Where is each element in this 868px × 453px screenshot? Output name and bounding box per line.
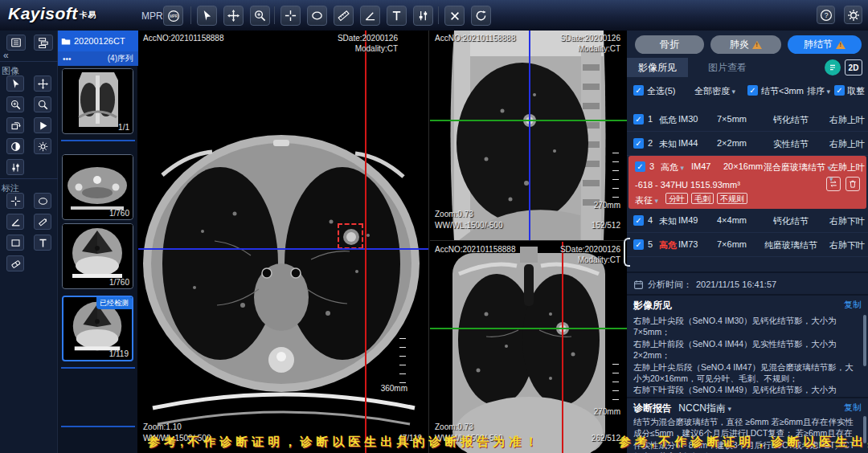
window-level-tool[interactable]: [6, 159, 24, 175]
nodule-row[interactable]: 5 高危 IM73 7×6mm 纯磨玻璃结节 右肺下叶: [627, 233, 868, 257]
select-all-checkbox[interactable]: [633, 85, 644, 96]
nodule-size: 7×6mm: [717, 239, 747, 249]
divider: [627, 294, 868, 296]
coronal-horizontal-reference-line[interactable]: [430, 328, 627, 329]
cursor-icon: [201, 10, 213, 22]
text-icon: [391, 10, 403, 22]
angle-annotation-tool[interactable]: [6, 214, 24, 230]
copy-findings-button[interactable]: 复制: [844, 299, 862, 311]
nodule-row[interactable]: 1 低危 IM30 7×5mm 钙化结节 右肺上叶: [627, 108, 868, 132]
nodule-row[interactable]: 2 未知 IM44 2×2mm 实性结节 右肺上叶: [627, 132, 868, 156]
detected-badge: 已经检测: [96, 297, 132, 309]
axial-horizontal-reference-line[interactable]: [138, 248, 429, 250]
rectangle-annotation-tool[interactable]: [6, 235, 24, 251]
feature-chip[interactable]: 毛刺: [691, 193, 714, 204]
mpr-tool-button[interactable]: MPR: [163, 6, 183, 26]
crosshair-tool-button[interactable]: [280, 6, 301, 26]
tab-image-view[interactable]: 图片查看: [699, 58, 755, 77]
guideline-dropdown[interactable]: NCCN指南: [678, 402, 731, 414]
pan-tool-button[interactable]: [223, 6, 244, 26]
thumbnail-axial-soft[interactable]: 1/760: [62, 154, 133, 220]
nodule-checkbox[interactable]: [633, 114, 644, 124]
follow-up-button[interactable]: [826, 177, 841, 191]
collapse-sidebar-button[interactable]: «: [3, 50, 9, 61]
nodule-checkbox[interactable]: [633, 138, 644, 149]
small-nodule-checkbox[interactable]: [747, 85, 758, 96]
brightness-tool[interactable]: [34, 138, 51, 154]
coronal-viewport[interactable]: AccNO:202101158888 SDate:20200126 Modali…: [430, 242, 627, 453]
axial-viewport[interactable]: AccNO:202101158888 SDate:20200126 Modali…: [138, 31, 429, 453]
cine-play-tool[interactable]: [34, 117, 51, 133]
help-button[interactable]: ?: [817, 6, 835, 24]
report-section-header: 诊断报告 NCCN指南 复制: [633, 402, 862, 414]
eraser-tool[interactable]: [6, 255, 24, 271]
report-circle-button[interactable]: [825, 59, 841, 76]
nodule-risk-dropdown[interactable]: 高危: [661, 161, 684, 173]
module-lung-nodule-button[interactable]: 肺结节: [788, 35, 862, 54]
settings-button[interactable]: [844, 6, 862, 24]
crosshair-annotation-tool[interactable]: [6, 193, 24, 209]
ellipse-annotation-tool[interactable]: [34, 193, 51, 209]
coronal-zoom: Zoom:0.73: [435, 422, 473, 431]
delete-annotation-button[interactable]: [444, 6, 465, 26]
study-header[interactable]: 20200126CT: [58, 31, 138, 51]
sagittal-viewport[interactable]: AccNO:202101158888 SDate:20200126 Modali…: [430, 31, 627, 241]
invert-contrast-tool[interactable]: [6, 138, 24, 154]
nodule-row[interactable]: 4 未知 IM49 4×4mm 钙化结节 右肺下叶: [627, 209, 868, 233]
zoom-in-tool[interactable]: [6, 96, 24, 112]
nodule-row-selected[interactable]: 3 高危 IM47 20×16mm 混合磨玻璃结节 左肺上叶 -618 - 34…: [628, 156, 866, 209]
sagittal-vertical-reference-line[interactable]: [529, 31, 530, 241]
nodule-checkbox[interactable]: [633, 239, 644, 250]
coronal-vertical-reference-line[interactable]: [562, 242, 563, 453]
panel-tab-structure[interactable]: [34, 35, 53, 51]
features-dropdown[interactable]: 表征: [635, 194, 658, 206]
density-dropdown[interactable]: 全部密度: [694, 85, 735, 97]
panel-tab-list[interactable]: [6, 35, 26, 51]
round-checkbox[interactable]: [834, 85, 845, 96]
select-tool[interactable]: [6, 76, 24, 92]
sort-dropdown[interactable]: 排序: [807, 85, 830, 97]
thumb-counter: 1/760: [109, 209, 129, 218]
toolbar-separator: [190, 6, 191, 24]
thumbnail-scout[interactable]: 1/1: [62, 68, 133, 134]
nodule-type-dropdown[interactable]: 混合磨玻璃结节: [764, 161, 831, 173]
pan-tool[interactable]: [34, 76, 51, 92]
pencil-annotation-tool[interactable]: [34, 214, 51, 230]
text-tool-button[interactable]: [387, 6, 407, 26]
more-button[interactable]: •••: [63, 55, 72, 63]
reset-tool-button[interactable]: [471, 6, 491, 26]
nodule-checkbox[interactable]: [635, 161, 645, 172]
nodule-risk: 高危: [659, 239, 677, 251]
copy-report-button[interactable]: 复制: [844, 402, 862, 414]
ruler-tool-button[interactable]: [334, 6, 354, 26]
ellipse-icon: [311, 10, 323, 22]
tab-findings[interactable]: 影像所见: [627, 58, 688, 77]
divider: [0, 178, 58, 179]
findings-scrollbar[interactable]: [863, 315, 866, 366]
module-pneumonia-button[interactable]: 肺炎: [710, 35, 781, 54]
thumbnail-axial-lung[interactable]: 1/760: [62, 223, 133, 289]
feature-chip[interactable]: 分叶: [665, 193, 688, 204]
sagittal-horizontal-reference-line[interactable]: [430, 120, 627, 121]
report-scrollbar[interactable]: [863, 416, 866, 443]
delete-nodule-button[interactable]: [845, 177, 860, 191]
window-level-icon: [10, 162, 21, 173]
2d-mode-button[interactable]: 2D: [845, 59, 862, 76]
nodule-number: 1: [648, 114, 653, 124]
text-annotation-tool[interactable]: [34, 235, 51, 251]
axial-vertical-reference-line[interactable]: [365, 31, 366, 453]
nodule-roi-box[interactable]: [338, 223, 363, 249]
thumbnail-axial-detected[interactable]: 已经检测 1/119: [62, 296, 133, 361]
ellipse-tool-button[interactable]: [307, 6, 327, 26]
feature-chip[interactable]: 不规则: [717, 193, 747, 204]
coronal-sdate: SDate:20200126: [560, 245, 620, 254]
magnify-tool[interactable]: [34, 96, 51, 112]
window-level-tool-button[interactable]: [413, 6, 433, 26]
module-fracture-button[interactable]: 骨折: [635, 35, 704, 54]
cursor-tool-button[interactable]: [197, 6, 217, 26]
rotate-tool[interactable]: [6, 117, 24, 133]
axial-slice-counter: 47/119: [398, 434, 422, 443]
nodule-checkbox[interactable]: [633, 215, 644, 226]
angle-tool-button[interactable]: [360, 6, 380, 26]
zoom-in-tool-button[interactable]: [250, 6, 270, 26]
